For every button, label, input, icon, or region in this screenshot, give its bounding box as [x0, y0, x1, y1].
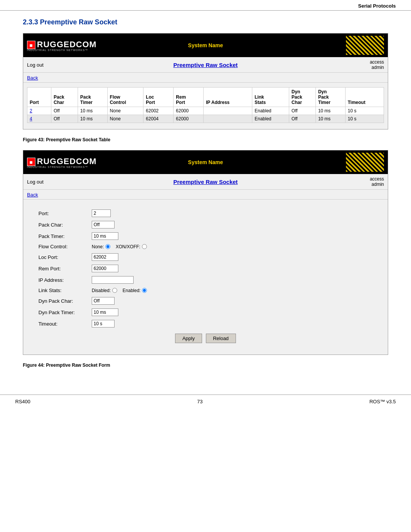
table-cell: Enabled: [252, 115, 289, 123]
form-row-timeout: Timeout:: [38, 320, 373, 328]
ruggedcom-logo2: ■RUGGEDCOM Industrial Strength Networks™: [27, 157, 97, 168]
form-body: Port: Pack Char: Pack Timer: Flow Contro…: [23, 200, 388, 355]
table-cell: Off: [51, 107, 78, 115]
label-dyn-pack-timer: Dyn Pack Timer:: [38, 310, 92, 315]
label-enabled: Enabled:: [123, 288, 140, 293]
panel2-logout[interactable]: Log out: [27, 179, 43, 185]
table-cell: None: [107, 107, 143, 115]
section-heading: 2.3.3 Preemptive Raw Socket: [23, 18, 388, 26]
table-cell: 10 s: [345, 107, 384, 115]
input-pack-char[interactable]: [92, 221, 115, 228]
logo-icon: ■: [27, 41, 35, 49]
th-ip-address: IP Address: [204, 88, 252, 107]
label-pack-timer: Pack Timer:: [38, 233, 92, 239]
port-link[interactable]: 4: [30, 116, 32, 121]
input-loc-port[interactable]: [92, 253, 118, 261]
th-link-stats: LinkStats: [252, 88, 289, 107]
panel1-back-link[interactable]: Back: [27, 75, 38, 81]
table-cell: 62004: [143, 115, 174, 123]
label-link-stats: Link Stats:: [38, 288, 92, 293]
label-dyn-pack-char: Dyn Pack Char:: [38, 298, 92, 304]
radio-disabled-input[interactable]: [112, 288, 117, 293]
label-loc-port: Loc Port:: [38, 254, 92, 260]
table-cell: Enabled: [252, 107, 289, 115]
radio-enabled: Enabled:: [123, 288, 147, 293]
input-timeout[interactable]: [92, 320, 115, 328]
port-link[interactable]: 2: [30, 108, 32, 113]
radio-none: None:: [92, 244, 110, 249]
th-timeout: Timeout: [345, 88, 384, 107]
form-row-rem-port: Rem Port:: [38, 265, 373, 272]
footer-center: 73: [197, 399, 202, 404]
th-rem-port: RemPort: [174, 88, 204, 107]
input-dyn-pack-timer[interactable]: [92, 308, 118, 316]
panel2-back-link[interactable]: Back: [27, 192, 38, 198]
radio-none-input[interactable]: [105, 244, 110, 249]
input-port[interactable]: [92, 209, 111, 217]
radio-xon-xoff: XON/XOFF:: [116, 244, 147, 249]
form-row-dyn-pack-char: Dyn Pack Char:: [38, 297, 373, 305]
panel2-back: Back: [23, 190, 388, 200]
table-cell: Off: [289, 115, 316, 123]
table-cell: Off: [289, 107, 316, 115]
label-port: Port:: [38, 211, 92, 216]
label-disabled: Disabled:: [92, 288, 111, 293]
section-number: 2.3.3: [23, 18, 38, 26]
radio-link-stats: Disabled: Enabled:: [92, 288, 147, 293]
figure2-panel: ■RUGGEDCOM Industrial Strength Networks™…: [23, 150, 388, 355]
label-none: None:: [92, 244, 104, 249]
table-cell: [204, 107, 252, 115]
form-row-dyn-pack-timer: Dyn Pack Timer:: [38, 308, 373, 316]
table-cell[interactable]: 2: [27, 107, 51, 115]
input-pack-timer[interactable]: [92, 232, 118, 240]
reload-button[interactable]: Reload: [206, 334, 236, 343]
panel2-hatch: [346, 153, 384, 172]
form-row-ip-address: IP Address:: [38, 276, 373, 284]
table-cell: 10 ms: [78, 107, 107, 115]
radio-xon-xoff-input[interactable]: [142, 244, 147, 249]
panel1-access: access admin: [370, 59, 384, 70]
input-rem-port[interactable]: [92, 265, 118, 272]
logo-sub: Industrial Strength Networks™: [27, 49, 88, 51]
figure2-caption: Figure 44: Preemptive Raw Socket Form: [23, 363, 388, 368]
form-row-link-stats: Link Stats: Disabled: Enabled:: [38, 288, 373, 293]
footer-right: ROS™ v3.5: [370, 399, 396, 404]
table-cell: 62000: [174, 115, 204, 123]
ruggedcom-logo: ■RUGGEDCOM Industrial Strength Networks™: [27, 40, 97, 51]
logo-icon2: ■: [27, 158, 35, 166]
logo-sub2: Industrial Strength Networks™: [27, 166, 88, 168]
table-cell: 62002: [143, 107, 174, 115]
panel2-header: ■RUGGEDCOM Industrial Strength Networks™…: [23, 150, 388, 174]
input-ip-address[interactable]: [92, 276, 134, 284]
th-flow-control: FlowControl: [107, 88, 143, 107]
th-port: Port: [27, 88, 51, 107]
panel1-page-title[interactable]: Preemptive Raw Socket: [173, 62, 237, 68]
footer-left: RS400: [15, 399, 30, 404]
panel1-nav: Log out Preemptive Raw Socket access adm…: [23, 57, 388, 73]
table-cell[interactable]: 4: [27, 115, 51, 123]
radio-enabled-input[interactable]: [142, 288, 147, 293]
panel2-page-title[interactable]: Preemptive Raw Socket: [173, 179, 237, 185]
label-ip-address: IP Address:: [38, 277, 92, 283]
form-row-port: Port:: [38, 209, 373, 217]
table-cell: 10 ms: [78, 115, 107, 123]
th-pack-timer: PackTimer: [78, 88, 107, 107]
page-footer: RS400 73 ROS™ v3.5: [0, 395, 411, 408]
logo-text: ■RUGGEDCOM: [27, 40, 97, 50]
panel1-system-name: System Name: [188, 42, 223, 48]
table-cell: 10 s: [345, 115, 384, 123]
form-row-pack-char: Pack Char:: [38, 221, 373, 228]
apply-button[interactable]: Apply: [175, 334, 202, 343]
panel1-back: Back: [23, 73, 388, 83]
label-flow-control: Flow Control:: [38, 244, 92, 249]
label-xon-xoff: XON/XOFF:: [116, 244, 140, 249]
th-pack-char: PackChar: [51, 88, 78, 107]
panel2-system-name: System Name: [188, 159, 223, 165]
th-loc-port: LocPort: [143, 88, 174, 107]
logo-text2: ■RUGGEDCOM: [27, 157, 97, 166]
panel2-nav: Log out Preemptive Raw Socket access adm…: [23, 174, 388, 190]
panel1-logout[interactable]: Log out: [27, 62, 43, 68]
panel1-table-wrapper: Port PackChar PackTimer FlowControl LocP…: [23, 83, 388, 129]
input-dyn-pack-char[interactable]: [92, 297, 115, 305]
table-cell: 10 ms: [315, 107, 345, 115]
